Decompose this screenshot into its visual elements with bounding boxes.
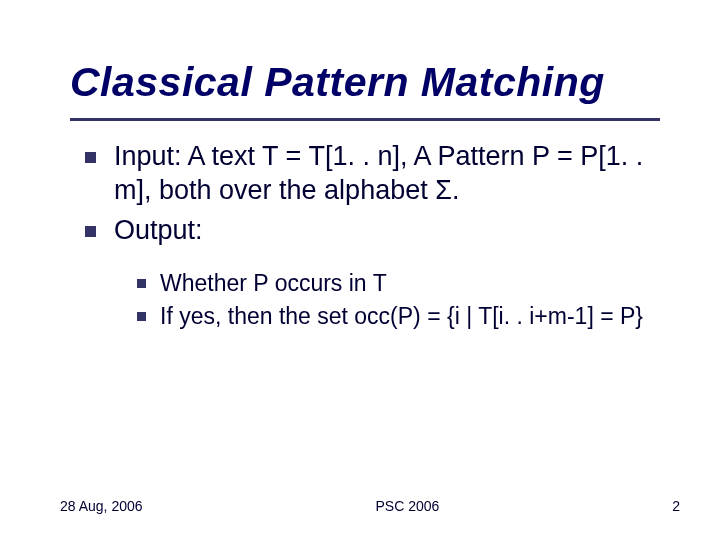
square-bullet-icon <box>85 152 96 163</box>
bullet-item: Output: <box>85 214 680 248</box>
footer-date: 28 Aug, 2006 <box>60 498 143 514</box>
bullet-text: Output: <box>114 214 680 248</box>
bullet-text: Input: A text T = T[1. . n], A Pattern P… <box>114 140 680 208</box>
sub-bullet-item: If yes, then the set occ(P) = {i | T[i. … <box>137 302 680 331</box>
slide: Classical Pattern Matching Input: A text… <box>0 0 720 540</box>
sub-bullet-text: If yes, then the set occ(P) = {i | T[i. … <box>160 302 680 331</box>
slide-body: Input: A text T = T[1. . n], A Pattern P… <box>85 140 680 335</box>
sub-bullet-list: Whether P occurs in T If yes, then the s… <box>137 269 680 331</box>
slide-title: Classical Pattern Matching <box>70 60 690 105</box>
slide-footer: 28 Aug, 2006 PSC 2006 2 <box>60 498 680 514</box>
footer-page-number: 2 <box>672 498 680 514</box>
bullet-item: Input: A text T = T[1. . n], A Pattern P… <box>85 140 680 208</box>
square-bullet-icon <box>137 279 146 288</box>
footer-center: PSC 2006 <box>143 498 673 514</box>
title-underline <box>70 118 660 121</box>
square-bullet-icon <box>137 312 146 321</box>
square-bullet-icon <box>85 226 96 237</box>
sub-bullet-text: Whether P occurs in T <box>160 269 680 298</box>
sub-bullet-item: Whether P occurs in T <box>137 269 680 298</box>
